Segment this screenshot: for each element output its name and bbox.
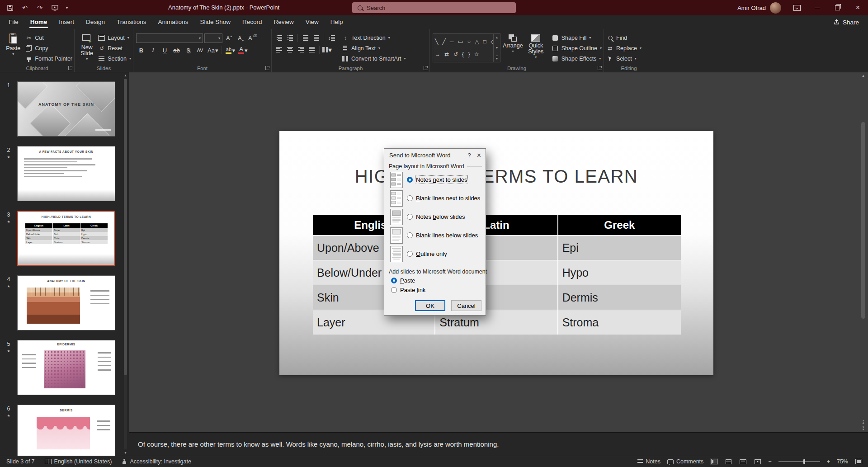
radio-blank-lines-below-slides[interactable] bbox=[407, 232, 413, 238]
arrange-button[interactable]: Arrange ▾ bbox=[502, 31, 524, 65]
align-right-button[interactable] bbox=[296, 45, 306, 54]
layout-button[interactable]: Layout ▾ bbox=[98, 33, 131, 42]
decrease-indent-button[interactable] bbox=[301, 33, 310, 42]
tab-record[interactable]: Record bbox=[236, 15, 268, 29]
align-left-button[interactable] bbox=[274, 45, 284, 54]
slide-sorter-view-button[interactable] bbox=[725, 458, 732, 465]
notes-text[interactable]: Of course, there are other terms to know… bbox=[138, 440, 499, 448]
convert-to-smartart-button[interactable]: Convert to SmartArt ▾ bbox=[342, 54, 406, 63]
grow-font-button[interactable]: A▴ bbox=[224, 34, 234, 43]
scrollbar-thumb[interactable] bbox=[124, 79, 127, 375]
zoom-slider-knob[interactable] bbox=[803, 459, 805, 464]
slide-indicator[interactable]: Slide 3 of 7 bbox=[6, 458, 35, 465]
thumbnail-slide-1[interactable]: 1 ANATOMY OF THE SKIN bbox=[0, 81, 129, 137]
scroll-down-icon[interactable]: ▾ bbox=[496, 46, 498, 50]
share-button[interactable]: Share bbox=[834, 19, 859, 26]
slide-title[interactable]: HIGH-YIELD TERMS TO LEARN bbox=[279, 166, 713, 187]
paragraph-dialog-launcher-icon[interactable] bbox=[424, 66, 428, 70]
align-text-button[interactable]: Align Text ▾ bbox=[342, 44, 406, 52]
accessibility-button[interactable]: Accessibility: Investigate bbox=[122, 458, 191, 465]
shapes-gallery-scrollbar[interactable]: ▴ ▾ ▾ bbox=[493, 34, 500, 62]
radio-label[interactable]: Blank lines next to slides bbox=[416, 195, 480, 202]
tab-review[interactable]: Review bbox=[268, 15, 299, 29]
radio-label[interactable]: Blank lines below slides bbox=[416, 232, 478, 239]
find-button[interactable]: Find bbox=[607, 33, 642, 42]
shape-fill-button[interactable]: Shape Fill ▾ bbox=[552, 33, 602, 42]
next-slide-button[interactable]: ▾▾ bbox=[863, 426, 864, 430]
tab-help[interactable]: Help bbox=[325, 15, 349, 29]
numbering-button[interactable] bbox=[285, 33, 295, 42]
option-paste-link[interactable]: Paste link bbox=[391, 286, 486, 294]
bold-button[interactable]: B bbox=[136, 46, 146, 55]
radio-paste[interactable] bbox=[391, 278, 397, 283]
format-painter-button[interactable]: Format Painter bbox=[25, 54, 72, 63]
columns-button[interactable]: ▾ bbox=[322, 45, 332, 54]
zoom-slider[interactable] bbox=[778, 461, 820, 462]
zoom-in-button[interactable]: + bbox=[827, 458, 830, 465]
notes-pane[interactable]: Of course, there are other terms to know… bbox=[129, 432, 868, 456]
scroll-up-icon[interactable]: ▴ bbox=[124, 73, 126, 77]
thumbnail-slide-2[interactable]: 2★ A FEW FACTS ABOUT YOUR SKIN bbox=[0, 146, 129, 201]
option-paste[interactable]: Paste bbox=[391, 277, 486, 284]
text-direction-button[interactable]: ↕ Text Direction ▾ bbox=[342, 33, 406, 42]
slideshow-icon[interactable] bbox=[51, 4, 58, 11]
new-slide-button[interactable]: New Slide ▾ bbox=[77, 31, 96, 65]
restore-button[interactable] bbox=[827, 0, 848, 15]
gallery-more-icon[interactable]: ▾ bbox=[496, 56, 498, 61]
table-cell[interactable]: Hypo bbox=[558, 260, 681, 285]
slide-5-thumbnail[interactable]: EPIDERMIS bbox=[17, 340, 115, 395]
thumbnail-slide-3[interactable]: 3★ HIGH-YIELD TERMS TO LEARN EnglishLati… bbox=[0, 211, 129, 266]
slide-6-thumbnail[interactable]: DERMIS bbox=[17, 405, 115, 456]
undo-icon[interactable]: ↶ bbox=[21, 4, 28, 11]
close-button[interactable]: × bbox=[848, 0, 868, 15]
paste-button[interactable]: Paste ▾ bbox=[3, 31, 24, 65]
tab-design[interactable]: Design bbox=[80, 15, 111, 29]
zoom-level[interactable]: 75% bbox=[837, 458, 848, 465]
bullets-button[interactable] bbox=[274, 33, 284, 42]
thumbnails-scrollbar[interactable]: ▴ ▾ bbox=[123, 73, 128, 455]
character-spacing-button[interactable]: AV bbox=[195, 46, 205, 55]
shape-effects-button[interactable]: Shape Effects ▾ bbox=[552, 54, 602, 63]
redo-icon[interactable]: ↷ bbox=[36, 4, 43, 11]
font-dialog-launcher-icon[interactable] bbox=[265, 66, 269, 70]
slide-1-thumbnail[interactable]: ANATOMY OF THE SKIN bbox=[17, 81, 115, 137]
font-name-combo[interactable]: ▾ bbox=[136, 33, 203, 43]
cut-button[interactable]: ✂ Cut bbox=[25, 33, 72, 42]
zoom-out-button[interactable]: − bbox=[768, 458, 771, 465]
ok-button[interactable]: OK bbox=[415, 300, 445, 311]
scrollbar-track[interactable] bbox=[861, 78, 865, 417]
save-icon[interactable] bbox=[6, 4, 14, 11]
radio-label[interactable]: Paste bbox=[400, 277, 415, 284]
slide-table[interactable]: English Latin Greek Upon/Above Super Epi… bbox=[313, 215, 681, 335]
clear-formatting-button[interactable]: A⌫ bbox=[247, 34, 258, 43]
font-color-button[interactable]: A▾ bbox=[237, 46, 249, 55]
tab-home[interactable]: Home bbox=[24, 15, 53, 29]
text-shadow-button[interactable]: S bbox=[183, 46, 193, 55]
option-blank-lines-below-slides[interactable]: Blank lines below slides bbox=[390, 226, 486, 245]
thumbnail-slide-5[interactable]: 5★ EPIDERMIS bbox=[0, 340, 129, 395]
previous-slide-button[interactable]: ▴▴ bbox=[863, 419, 864, 424]
option-notes-below-slides[interactable]: Notes below slides bbox=[390, 208, 486, 226]
strikethrough-button[interactable]: ab bbox=[171, 46, 182, 55]
scrollbar-thumb[interactable] bbox=[861, 122, 865, 319]
replace-button[interactable]: ⇄ Replace ▾ bbox=[607, 44, 642, 52]
radio-outline-only[interactable] bbox=[407, 251, 413, 257]
copy-button[interactable]: Copy bbox=[25, 44, 72, 52]
tab-file[interactable]: File bbox=[3, 15, 24, 29]
current-slide[interactable]: HIGH-YIELD TERMS TO LEARN English Latin … bbox=[279, 131, 713, 375]
table-cell[interactable]: Dermis bbox=[558, 285, 681, 310]
tab-animations[interactable]: Animations bbox=[152, 15, 194, 29]
font-size-combo[interactable]: ▾ bbox=[204, 33, 222, 43]
change-case-button[interactable]: Aa▾ bbox=[207, 46, 219, 55]
cancel-button[interactable]: Cancel bbox=[451, 300, 481, 311]
shape-outline-button[interactable]: Shape Outline ▾ bbox=[552, 44, 602, 52]
slideshow-view-button[interactable] bbox=[754, 458, 761, 465]
dialog-close-button[interactable]: × bbox=[477, 152, 481, 158]
thumbnail-slide-4[interactable]: 4★ ANATOMY OF THE SKIN bbox=[0, 275, 129, 330]
clipboard-dialog-launcher-icon[interactable] bbox=[68, 66, 72, 70]
underline-button[interactable]: U bbox=[160, 46, 170, 55]
radio-paste-link[interactable] bbox=[391, 287, 397, 293]
radio-label[interactable]: Paste link bbox=[400, 287, 425, 293]
drawing-dialog-launcher-icon[interactable] bbox=[598, 66, 602, 70]
scroll-up-icon[interactable]: ▴ bbox=[862, 73, 864, 78]
